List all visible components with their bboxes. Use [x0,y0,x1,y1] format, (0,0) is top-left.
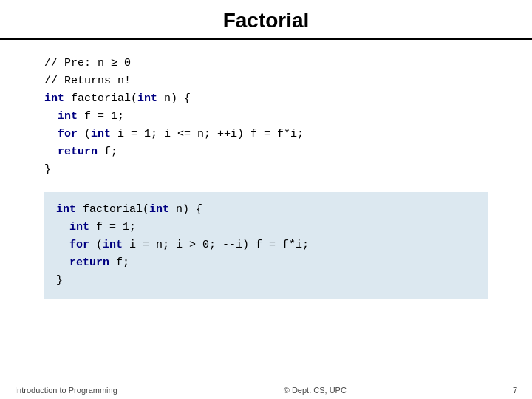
code-line: int factorial(int n) { [56,201,476,219]
code-line: // Returns n! [44,72,488,90]
code-line: } [44,161,488,179]
slide-title: Factorial [223,9,310,32]
code-line: int factorial(int n) { [44,90,488,108]
code-line: for (int i = 1; i <= n; ++i) f = f*i; [44,126,488,143]
code-block-1: // Pre: n ≥ 0 // Returns n! int factoria… [44,55,488,179]
code-line: return f; [44,143,488,161]
code-line: return f; [56,254,476,272]
code-line: int f = 1; [56,219,476,236]
code-line: // Pre: n ≥ 0 [44,55,488,72]
code-block-2: int factorial(int n) { int f = 1; for (i… [44,192,488,299]
footer-right: 7 [513,386,517,395]
slide: Factorial // Pre: n ≥ 0 // Returns n! in… [0,0,532,399]
code-line: int f = 1; [44,108,488,126]
footer-center: © Dept. CS, UPC [284,386,347,395]
code-line: } [56,272,476,290]
footer-left: Introduction to Programming [15,386,117,395]
content-area: // Pre: n ≥ 0 // Returns n! int factoria… [0,40,532,381]
footer: Introduction to Programming © Dept. CS, … [0,381,532,399]
title-bar: Factorial [0,0,532,40]
code-line: for (int i = n; i > 0; --i) f = f*i; [56,236,476,254]
